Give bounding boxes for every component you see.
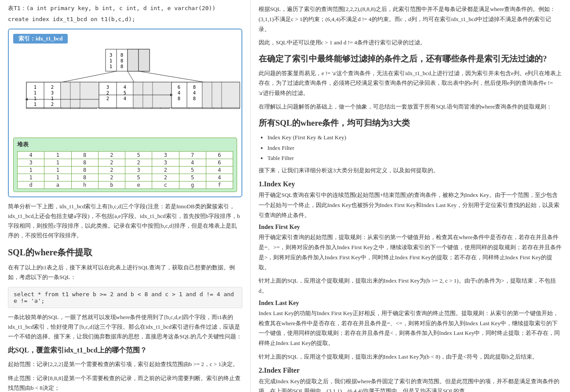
svg-rect-86: [222, 82, 240, 108]
svg-text:8: 8: [121, 52, 124, 58]
right-desc-filter: 在完成Index Key的提取之后，我们根据where条件固定了索引的查询范围。…: [259, 377, 562, 392]
heap-cell: 3: [18, 159, 44, 167]
heap-cell: 2: [152, 174, 179, 181]
right-desc-index-key: 用于确定SQL查询在索引中的连续范围(起始范围+结束范围)的查询条件，被称之为I…: [259, 190, 562, 220]
svg-text:8: 8: [193, 84, 196, 90]
svg-text:4: 4: [178, 90, 180, 95]
heap-cell: 1: [44, 167, 71, 174]
svg-text:8: 8: [178, 96, 180, 101]
svg-text:1: 1: [34, 96, 37, 101]
index-label: 索引：idx_t1_bcd: [13, 34, 68, 44]
svg-text:8: 8: [193, 96, 196, 101]
svg-text:1: 1: [34, 90, 37, 95]
right-h2-1: 在确定了索引中最终能够过滤掉的条件之后，还有哪些条件是索引无法过滤的?: [259, 53, 562, 65]
heap-cell: g: [179, 181, 206, 189]
left-h2-sql: SQL的where条件提取: [8, 247, 242, 258]
svg-line-38: [62, 71, 117, 82]
svg-text:4: 4: [124, 96, 126, 101]
left-desc3: 一条比较简单的SQL，一眼了然就可以发现where条件使用到了[b,c,d,e]…: [8, 312, 242, 341]
bullet-item-3: Table Filter: [267, 153, 562, 163]
heap-cell: 4: [179, 159, 206, 167]
heap-cell: 2: [98, 167, 125, 174]
right-desc-last2: 针对上面的SQL，应用这个提取规则，提取出来的Index Last Key为(b…: [259, 352, 562, 362]
right-desc-after-bullet: 接下来，让我们来详细分析这3大类分别是如何定义，以及如何提取的。: [259, 166, 562, 176]
heap-cell: 5: [179, 167, 206, 174]
heap-cell: 8: [71, 159, 98, 167]
right-desc-top: 根据SQL，遍历了索引的查询范围[2,2,2),(8,8,8)之后，此索引范围中…: [259, 4, 562, 34]
left-desc1: 简单分析一下上图，idx_t1_bcd索引上有[b,c,d]三个字段(注意：若是…: [8, 202, 242, 240]
heap-cell: 5: [179, 174, 206, 181]
table-definition: 表T1：(a int primary key, b int, c int, d …: [8, 4, 242, 12]
heap-cell: 3: [152, 159, 179, 167]
svg-rect-56: [61, 82, 70, 108]
right-desc-last: Index Last Key的功能与Index First Key正好相反，用于…: [259, 309, 562, 348]
heap-cell: 5: [125, 174, 152, 181]
right-h4-last: Index Last Key: [259, 300, 562, 307]
heap-cell: b: [98, 181, 125, 189]
left-desc4: 起始范围：记录[2,2,2]是第一个需要检查的索引项，索引起始查找范围由b >=…: [8, 359, 242, 369]
svg-text:8: 8: [121, 58, 124, 64]
create-index-stmt: create index idx_t1_bcd on t1(b,c,d);: [8, 16, 242, 22]
heap-cell: 7: [179, 152, 206, 159]
btree-svg: 3 1 1 8 8 8 1 1 1 2 3: [13, 47, 242, 133]
svg-text:1: 1: [110, 64, 113, 69]
svg-rect-58: [80, 82, 99, 108]
heap-cell: e: [125, 181, 152, 189]
left-desc2: 在有了以上的t1表之后，接下来就可以在此表上进行SQL查询了，获取自己想要的数据…: [8, 263, 242, 282]
heap-cell: 4: [206, 167, 233, 174]
heap-cell: 6: [206, 159, 233, 167]
heap-cell: 2: [125, 159, 152, 167]
right-h3-1: 1.Index Key: [259, 180, 562, 188]
heap-cell: 2: [98, 159, 125, 167]
right-desc-first: 用于确定索引查询的起始范围，提取规则：从索引的第一个键值开始，检查其在where…: [259, 232, 562, 272]
right-desc-top2: 因此，SQL中还可以使用c > 1 and d != 4条件进行索引记录的过滤。: [259, 38, 562, 48]
right-desc-h2-2: 在理解以上问题解答的基础上，做一个抽象，可总结出一套放置于所有SQL语句而皆准的…: [259, 102, 562, 112]
heap-cell: 1: [18, 167, 44, 174]
svg-text:1: 1: [110, 58, 113, 64]
svg-text:2: 2: [51, 84, 54, 90]
heap-cell: 1: [44, 152, 71, 159]
index-diagram: 索引：idx_t1_bcd 3 1 1 8 8 8: [8, 29, 242, 197]
svg-text:3: 3: [106, 84, 109, 90]
svg-rect-10: [128, 49, 139, 71]
heap-cell: c: [152, 181, 179, 189]
heap-cell: 8: [71, 152, 98, 159]
heap-cell: d: [18, 181, 44, 189]
svg-text:2: 2: [106, 96, 109, 101]
heap-cell: 8: [71, 167, 98, 174]
heap-cell: h: [71, 181, 98, 189]
heap-cell: 1: [44, 174, 71, 181]
svg-rect-85: [212, 82, 222, 108]
svg-rect-11: [139, 49, 150, 71]
heap-table: 4 1 8 2 5 3 7 6 3 1 8 2 2: [17, 151, 233, 189]
svg-text:3: 3: [110, 52, 113, 58]
left-h3-cover: 此SQL，覆盖索引idx_t1_bcd上的哪个范围？: [8, 346, 242, 355]
heap-cell: 2: [98, 152, 125, 159]
svg-text:1: 1: [51, 96, 54, 101]
heap-cell: 8: [71, 174, 98, 181]
svg-text:4: 4: [193, 90, 196, 95]
svg-text:4: 4: [124, 84, 126, 90]
left-desc5: 终止范围：记录[8,8,8]是第一个不需要检查的记录，而之前的记录均需要判断。索…: [8, 374, 242, 392]
btree-area: 3 1 1 8 8 8 1 1 1 2 3: [13, 47, 237, 135]
svg-line-39: [128, 71, 134, 82]
heap-cell: 5: [125, 152, 152, 159]
bullet-list: Index Key (First Key & Last Key) Index F…: [267, 132, 562, 163]
heap-cell: 1: [18, 174, 44, 181]
heap-cell: 4: [18, 152, 44, 159]
heap-cell: 2: [152, 167, 179, 174]
svg-text:2: 2: [106, 90, 109, 95]
heap-cell: 1: [44, 159, 71, 167]
svg-line-40: [139, 71, 205, 82]
svg-text:8: 8: [121, 64, 124, 69]
right-panel: 根据SQL，遍历了索引的查询范围[2,2,2),(8,8,8)之后，此索引范围中…: [251, 0, 570, 392]
left-panel: 表T1：(a int primary key, b int, c int, d …: [0, 0, 251, 392]
right-desc-h2-1: 此问题的答案显而易见，e != 'a'这个查询条件，无法在索引idx_t1_bc…: [259, 69, 562, 98]
heap-cell: 6: [206, 152, 233, 159]
heap-label: 堆表: [17, 141, 233, 149]
heap-cell: 3: [125, 167, 152, 174]
heap-cell: f: [206, 181, 233, 189]
sql-example-box: select * from t1 where b >= 2 and b < 8 …: [8, 287, 242, 308]
bullet-item-2: Index Filter: [267, 143, 562, 153]
heap-area: 堆表 4 1 8 2 5 3 7 6 3 1: [13, 138, 237, 192]
